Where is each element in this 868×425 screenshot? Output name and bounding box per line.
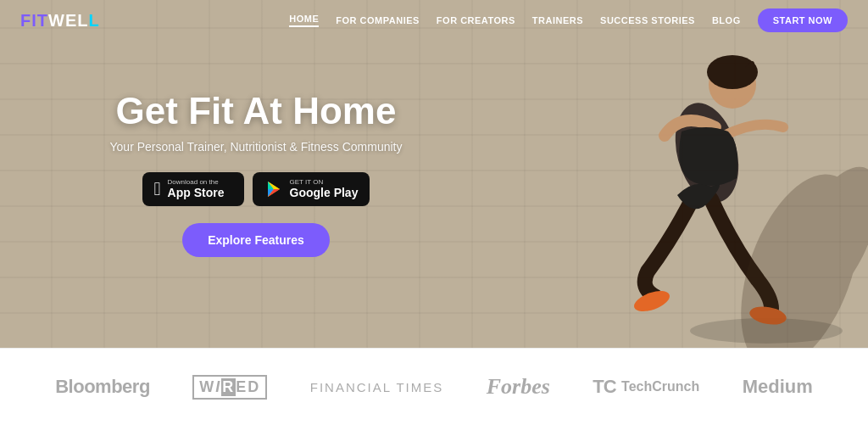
- explore-features-button[interactable]: Explore Features: [182, 223, 330, 257]
- hero-content: Get Fit At Home Your Personal Trainer, N…: [0, 91, 868, 257]
- logo: FITWELL: [20, 11, 100, 31]
- google-play-icon: [264, 180, 283, 199]
- hero-title: Get Fit At Home: [51, 91, 461, 131]
- nav-creators[interactable]: FOR CREATORS: [437, 15, 515, 25]
- nav-blog[interactable]: BLOG: [712, 15, 741, 25]
- nav-trainers[interactable]: TRAINERS: [532, 15, 583, 25]
- logo-fit: FIT: [20, 11, 48, 30]
- google-play-text: GET IT ON Google Play: [290, 178, 359, 200]
- app-store-button[interactable]:  Download on the App Store: [142, 172, 244, 206]
- forbes-logo: Forbes: [487, 374, 550, 400]
- nav: HOME FOR COMPANIES FOR CREATORS TRAINERS…: [289, 8, 848, 32]
- app-buttons-container:  Download on the App Store: [51, 172, 461, 206]
- logo-well: WEL: [48, 11, 88, 30]
- nav-companies[interactable]: FOR COMPANIES: [336, 15, 420, 25]
- nav-home[interactable]: HOME: [289, 14, 319, 27]
- google-play-button[interactable]: GET IT ON Google Play: [253, 172, 370, 206]
- app-store-text: Download on the App Store: [168, 178, 225, 200]
- apple-icon: : [154, 180, 161, 199]
- wired-logo: WIRED: [192, 375, 267, 400]
- logo-dot: L: [88, 11, 99, 30]
- financial-times-logo: FINANCIAL TIMES: [310, 380, 444, 394]
- logos-bar: Bloomberg WIRED FINANCIAL TIMES Forbes T…: [0, 348, 868, 425]
- nav-success[interactable]: SUCCESS STORIES: [600, 15, 695, 25]
- hero-subtitle: Your Personal Trainer, Nutritionist & Fi…: [51, 140, 461, 154]
- techcrunch-logo: TC TechCrunch: [593, 376, 699, 398]
- start-now-button[interactable]: START NOW: [758, 8, 848, 32]
- bloomberg-logo: Bloomberg: [55, 376, 150, 398]
- hero-section: Get Fit At Home Your Personal Trainer, N…: [0, 0, 868, 348]
- medium-logo: Medium: [743, 376, 813, 398]
- header: FITWELL HOME FOR COMPANIES FOR CREATORS …: [0, 0, 868, 41]
